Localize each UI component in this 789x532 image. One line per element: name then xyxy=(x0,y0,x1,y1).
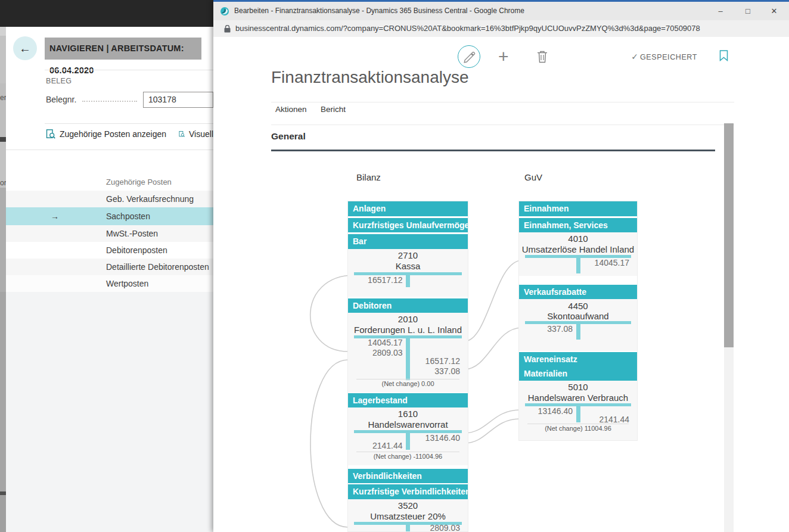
find-entries-icon xyxy=(179,129,185,139)
guv-column-label: GuV xyxy=(524,172,542,182)
menu-bericht[interactable]: Bericht xyxy=(321,105,346,114)
show-related-entries-link[interactable]: Zugehörige Posten anzeigen xyxy=(46,129,166,139)
menu-aktionen[interactable]: Aktionen xyxy=(275,105,307,114)
debit-amounts: 13146.40 xyxy=(538,406,573,416)
selected-row-arrow-icon: → xyxy=(51,207,59,225)
chrome-window: Bearbeiten - Finanztransaktionsanalyse -… xyxy=(213,0,789,532)
new-plus-button[interactable]: + xyxy=(498,48,509,66)
credit-amount: 14045.17 xyxy=(595,258,629,268)
divider xyxy=(271,102,734,102)
t-account-divider xyxy=(406,338,410,380)
t-account-divider xyxy=(576,406,580,422)
debit-amounts: 337.08 xyxy=(547,324,573,334)
list-item-label: MwSt.-Posten xyxy=(106,225,158,242)
visual-link[interactable]: Visuell xyxy=(179,129,213,139)
section-rule xyxy=(271,150,715,151)
group-header-einnahmen: Einnahmen xyxy=(519,201,637,216)
connector-debitoren-umsatzerloese xyxy=(464,260,522,341)
list-item[interactable]: Detaillierte Debitorenposten xyxy=(6,259,213,276)
page-title: Finanztransaktionsanalyse xyxy=(271,68,469,87)
minimize-button[interactable]: – xyxy=(707,2,734,20)
t-account-divider xyxy=(406,525,410,532)
t-account-divider xyxy=(576,258,580,273)
list-item-label: Debitorenposten xyxy=(106,242,167,259)
strip-segment xyxy=(0,83,6,137)
net-change-line xyxy=(527,424,629,424)
dotted-leader xyxy=(82,94,137,102)
debit-amount: 14045.17 xyxy=(368,338,402,348)
find-entries-icon xyxy=(46,129,55,139)
occluded-window-edge: er or xyxy=(0,27,6,532)
related-entries-header-row: Zugehörige Posten xyxy=(6,174,213,191)
bookmark-icon xyxy=(719,50,728,61)
credit-amounts: 16517.12 337.08 xyxy=(425,356,460,377)
debit-amount: 337.08 xyxy=(547,324,573,334)
back-arrow-icon: ← xyxy=(19,42,31,55)
bc-page: + ✓GESPEICHERT Finanztransaktionsanalyse… xyxy=(213,37,789,532)
credit-amount: 13146.40 xyxy=(425,433,460,443)
divider xyxy=(271,125,734,125)
page-scrollbar[interactable] xyxy=(724,123,734,532)
debit-amount: 13146.40 xyxy=(538,406,573,416)
list-item[interactable]: Debitorenposten xyxy=(6,242,213,259)
maximize-button[interactable]: □ xyxy=(734,2,762,20)
close-button[interactable]: ✕ xyxy=(760,2,788,20)
credit-amount: 16517.12 xyxy=(425,356,460,366)
edit-pencil-button[interactable] xyxy=(458,45,480,68)
group-header-materialien: Materialien xyxy=(519,366,637,381)
back-button[interactable]: ← xyxy=(13,36,37,60)
window-title: Bearbeiten - Finanztransaktionsanalyse -… xyxy=(234,7,524,15)
t-account-3520-umsatzsteuer: 3520 Umsatzsteuer 20% 2809.03 xyxy=(348,499,468,532)
strip-segment xyxy=(0,495,6,532)
connector-debitoren-skonto xyxy=(464,328,522,369)
account-number: 2710 xyxy=(348,250,468,260)
account-number: 1610 xyxy=(348,409,468,419)
group-header-anlagen: Anlagen xyxy=(348,201,468,216)
list-item-selected[interactable]: → Sachposten xyxy=(6,207,213,226)
background-window: er or ← NAVIGIEREN | ARBEITSDATUM: 06.04… xyxy=(0,0,213,532)
account-name: Handelswaren Verbrauch xyxy=(519,393,637,403)
group-header-wareneinsatz: Wareneinsatz xyxy=(519,352,637,366)
dynamics-365-favicon xyxy=(220,7,229,16)
belegnr-input[interactable] xyxy=(143,92,213,108)
window-titlebar[interactable]: Bearbeiten - Finanztransaktionsanalyse -… xyxy=(213,2,789,20)
list-item[interactable]: MwSt.-Posten xyxy=(6,225,213,242)
bookmark-button[interactable] xyxy=(719,50,728,64)
section-heading: General xyxy=(271,131,306,142)
t-account-4010-umsatzerloese: 4010 Umsatzerlöse Handel Inland 14045.17 xyxy=(519,232,637,276)
debit-amount: 2141.44 xyxy=(372,441,403,451)
divider xyxy=(45,70,213,70)
saved-label: GESPEICHERT xyxy=(640,53,697,61)
debit-amount: 2809.03 xyxy=(368,348,402,358)
group-header-bar: Bar xyxy=(348,234,468,249)
t-account-divider xyxy=(576,324,580,340)
delete-button[interactable] xyxy=(536,50,548,66)
account-number: 5010 xyxy=(519,382,637,392)
saved-status: ✓GESPEICHERT xyxy=(631,52,697,61)
debit-amounts: 2141.44 xyxy=(372,441,403,451)
list-item[interactable]: Wertposten xyxy=(6,275,213,293)
check-icon: ✓ xyxy=(631,52,638,61)
bilanz-column: Anlagen Kurzfristiges Umlaufvermögen Bar… xyxy=(347,201,468,532)
t-account-divider xyxy=(406,430,410,450)
scrollbar-thumb[interactable] xyxy=(724,123,734,347)
bilanz-column-label: Bilanz xyxy=(356,172,381,182)
t-account-1610-handelswarenvorrat: 1610 Handelswarenvorrat 13146.40 2141.44… xyxy=(348,407,468,465)
list-item-label: Sachposten xyxy=(106,207,150,225)
navigate-banner: NAVIGIEREN | ARBEITSDATUM: 06.04.2020 xyxy=(45,38,201,60)
net-change-line xyxy=(356,379,459,379)
beleg-section-label: BELEG xyxy=(46,77,72,85)
account-number: 4450 xyxy=(519,301,637,311)
t-account-2710-kassa: 2710 Kassa 16517.12 xyxy=(348,249,468,297)
net-change-line xyxy=(356,452,459,452)
address-bar[interactable]: businesscentral.dynamics.com/?company=CR… xyxy=(213,20,789,38)
credit-amount: 337.08 xyxy=(425,366,460,377)
occluded-text-fragment: er xyxy=(0,94,6,102)
account-name: Umsatzsteuer 20% xyxy=(348,511,468,521)
belegnr-label: Belegnr. xyxy=(46,95,76,104)
group-header-einnahmen-services: Einnahmen, Services xyxy=(519,218,637,232)
belegnr-field-row: Belegnr. xyxy=(46,91,213,108)
net-change: (Net change) 11004.96 xyxy=(519,425,637,432)
credit-amounts: 14045.17 xyxy=(595,258,629,268)
list-item[interactable]: Geb. Verkaufsrechnung xyxy=(6,191,213,208)
